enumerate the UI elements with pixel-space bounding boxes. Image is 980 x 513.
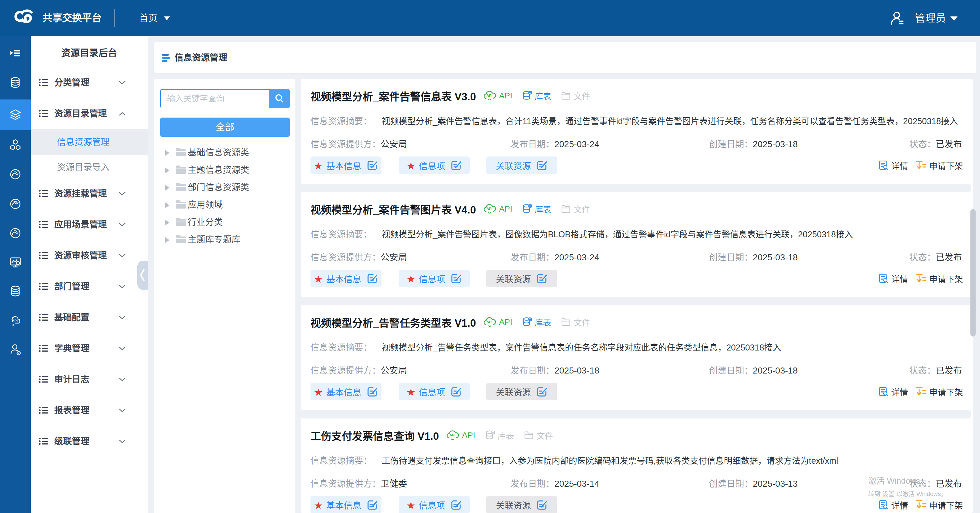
svg-text:API: API: [487, 320, 492, 324]
svg-text:API: API: [449, 433, 455, 437]
svg-text:API: API: [487, 94, 492, 98]
svg-text:API: API: [12, 319, 18, 323]
svg-text:API: API: [487, 206, 492, 211]
